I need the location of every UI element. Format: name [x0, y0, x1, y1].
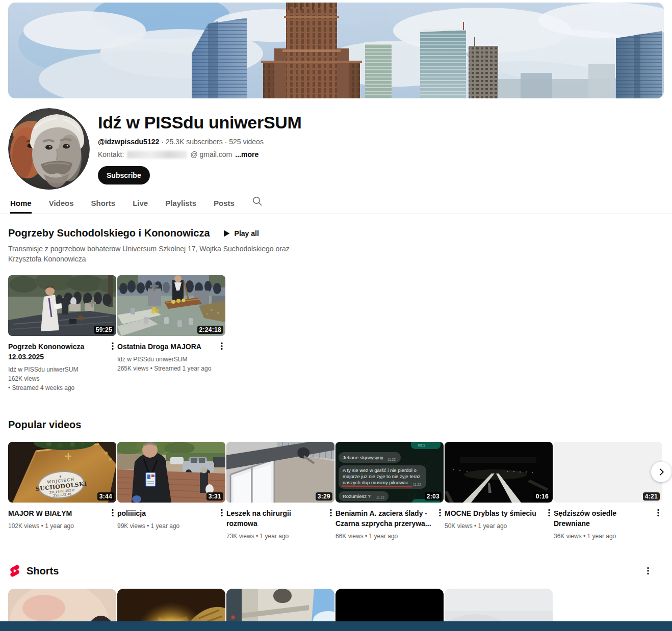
banner-image [8, 3, 664, 98]
video-thumbnail[interactable]: 2:24:18 [117, 275, 225, 336]
avatar-image [8, 108, 90, 190]
video-card: 2:24:18 Ostatnia Droga MAJORA Idź w PISS… [117, 275, 225, 373]
tab-posts[interactable]: Posts [214, 199, 235, 214]
duration-badge: 59:25 [94, 326, 114, 334]
video-meta: 66K views • 1 year ago [335, 532, 431, 541]
subscribe-button[interactable]: Subscribe [98, 166, 150, 185]
video-card: 3:29 Leszek na chirurgii rozmowa 73K vie… [226, 442, 334, 541]
video-meta: 99K views • 1 year ago [117, 521, 213, 531]
popular-videos-row: ✝ WOJCIECH SUCHODOLSKI ZM.19.06.2023r ŻY… [8, 442, 664, 541]
kebab-menu-icon[interactable] [108, 341, 117, 351]
channel-handle: @idzwpissdu5122 [98, 138, 159, 146]
popular-section-title: Popular videos [8, 419, 664, 431]
video-views: 162K views [8, 374, 104, 383]
chat-time-2: 11:22 [413, 483, 421, 486]
carousel-next-button[interactable] [651, 462, 671, 482]
video-card: 09:1 Jebane skjrwysyny 11:22 A ty sie we… [335, 442, 444, 541]
kebab-menu-icon[interactable] [643, 566, 653, 575]
chevron-right-icon [656, 466, 667, 478]
tab-playlists[interactable]: Playlists [165, 199, 196, 214]
duration-badge: 3:31 [206, 492, 223, 501]
funerals-section-header: Pogrzeby Suchodolskiego i Kononowicza Pl… [8, 227, 664, 239]
chat-time-3: 11:22 [376, 496, 384, 499]
duration-badge: 3:44 [97, 492, 114, 501]
contact-domain: @ gmail.com [190, 150, 232, 159]
video-title[interactable]: poliiiicja [117, 508, 213, 518]
tab-live[interactable]: Live [133, 199, 148, 214]
video-title[interactable]: Sędziszów osiedle Drewniane [554, 508, 650, 529]
section-divider [0, 407, 672, 407]
blurred-email [127, 151, 187, 159]
video-meta: 73K views • 1 year ago [226, 532, 322, 541]
video-meta: 265K views • Streamed 1 year ago [117, 364, 213, 373]
video-streamed: • Streamed 4 weeks ago [8, 383, 104, 392]
channel-header: Idź w PISSdu uniwerSUM @idzwpissdu5122 ·… [8, 108, 664, 190]
kebab-menu-icon[interactable] [217, 341, 226, 351]
video-card: 0:16 MOCNE Dryblas ty śmieciu 50K views … [445, 442, 553, 531]
video-meta: 102K views • 1 year ago [8, 521, 104, 531]
shorts-section-header: Shorts [8, 564, 664, 577]
channel-meta: @idzwpissdu5122 · 25.3K subscribers · 52… [98, 138, 302, 146]
search-icon[interactable] [252, 196, 263, 214]
bottom-banner [0, 621, 672, 631]
funerals-section-description: Transmisje z pogrzebow bohaterow Univers… [8, 244, 300, 264]
video-thumbnail[interactable]: ✝ WOJCIECH SUCHODOLSKI ZM.19.06.2023r ŻY… [8, 442, 116, 503]
play-all-label: Play all [235, 229, 259, 238]
tab-videos[interactable]: Videos [49, 199, 74, 214]
video-meta: 50K views • 1 year ago [445, 521, 540, 531]
video-thumbnail[interactable]: 3:31 [117, 442, 225, 503]
video-channel-name[interactable]: Idź w PISSdu uniwerSUM [8, 365, 104, 374]
kebab-menu-icon[interactable] [654, 508, 663, 517]
video-title[interactable]: MOCNE Dryblas ty śmieciu [445, 508, 540, 518]
duration-badge: 2:03 [425, 492, 442, 501]
chat-message-2-line3: naszych dup musimy pilnowac [343, 480, 408, 485]
video-thumbnail[interactable]: 3:29 [226, 442, 334, 503]
play-icon [223, 230, 230, 237]
kebab-menu-icon[interactable] [217, 508, 226, 517]
kebab-menu-icon[interactable] [545, 508, 554, 517]
video-title[interactable]: Beniamin A. zaciera ślady - Czarna szpry… [335, 508, 431, 529]
video-thumbnail[interactable]: 09:1 Jebane skjrwysyny 11:22 A ty sie we… [335, 442, 444, 503]
tab-home[interactable]: Home [10, 199, 32, 214]
video-card: ✝ WOJCIECH SUCHODOLSKI ZM.19.06.2023r ŻY… [8, 442, 116, 531]
play-all-button[interactable]: Play all [223, 229, 259, 238]
channel-banner [8, 3, 664, 98]
funerals-section-title: Pogrzeby Suchodolskiego i Kononowicza [8, 227, 210, 239]
chat-message-2-line2: majorze juz nie zyje to nie zyje teraz [343, 474, 421, 479]
funerals-videos-row: 59:25 Pogrzeb Kononowicza 12.03.2025 Idź… [8, 275, 664, 392]
video-title[interactable]: Ostatnia Droga MAJORA [117, 341, 213, 352]
duration-badge: 4:21 [643, 492, 660, 501]
duration-badge: 0:16 [534, 492, 551, 501]
video-thumbnail[interactable]: 4:21 [554, 442, 662, 503]
video-card: 4:21 Sędziszów osiedle Drewniane 36K vie… [554, 442, 662, 541]
video-thumbnail[interactable]: 0:16 [445, 442, 553, 503]
chat-message-1: Jebane skjrwysyny [343, 455, 383, 460]
chat-time-1: 11:22 [387, 458, 396, 461]
kebab-menu-icon[interactable] [108, 508, 117, 517]
video-title[interactable]: Pogrzeb Kononowicza 12.03.2025 [8, 341, 104, 362]
tab-shorts[interactable]: Shorts [91, 199, 116, 214]
video-thumbnail[interactable]: 59:25 [8, 275, 116, 336]
more-link[interactable]: ...more [235, 150, 259, 159]
channel-stats: · 25.3K subscribers · 525 videos [161, 138, 264, 146]
shorts-logo-icon [8, 564, 21, 577]
duration-badge: 3:29 [316, 492, 332, 501]
channel-contact: Kontakt: @ gmail.com ...more [98, 150, 302, 159]
kebab-menu-icon[interactable] [435, 508, 445, 517]
chat-message-2-line1: A ty sie wez w garść i nie pierdol o [343, 467, 417, 473]
chat-message-3: Rozumiesz ? [343, 493, 371, 499]
video-channel-name[interactable]: Idź w PISSdu uniwerSUM [117, 355, 213, 364]
svg-text:✝: ✝ [59, 475, 62, 478]
channel-avatar [8, 108, 90, 190]
chat-top-time: 09:1 [418, 443, 425, 447]
video-card: 3:31 poliiiicja 99K views • 1 year ago [117, 442, 225, 531]
video-title[interactable]: Leszek na chirurgii rozmowa [226, 508, 322, 529]
duration-badge: 2:24:18 [197, 326, 223, 334]
contact-label: Kontakt: [98, 150, 124, 159]
video-meta: 36K views • 1 year ago [554, 532, 650, 541]
shorts-section-title: Shorts [27, 565, 59, 577]
video-title[interactable]: MAJOR W BIAŁYM [8, 508, 104, 518]
kebab-menu-icon[interactable] [326, 508, 335, 517]
video-card: 59:25 Pogrzeb Kononowicza 12.03.2025 Idź… [8, 275, 116, 392]
channel-info: Idź w PISSdu uniwerSUM @idzwpissdu5122 ·… [98, 108, 302, 190]
